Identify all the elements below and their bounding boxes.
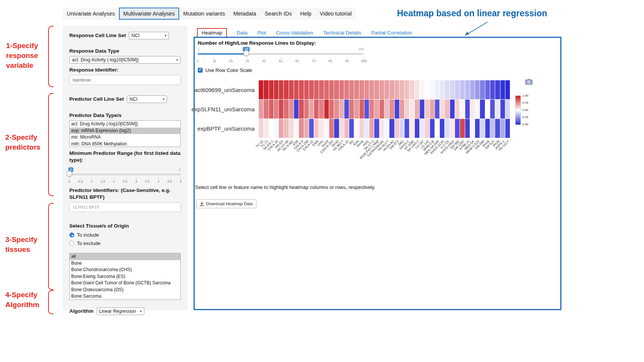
heatmap-cell[interactable] xyxy=(334,100,339,119)
heatmap-cell[interactable] xyxy=(385,119,389,138)
heatmap-cell[interactable] xyxy=(354,80,359,99)
heatmap-cell[interactable] xyxy=(374,119,379,138)
heatmap-cell[interactable] xyxy=(294,119,299,138)
heatmap-cell[interactable] xyxy=(380,119,384,138)
heatmap-cell[interactable] xyxy=(460,80,464,99)
heatmap-cell[interactable] xyxy=(324,119,329,138)
heatmap-cell[interactable] xyxy=(314,80,319,99)
heatmap-cell[interactable] xyxy=(339,80,344,99)
heatmap-cell[interactable] xyxy=(329,119,334,138)
heatmap-cell[interactable] xyxy=(279,100,283,119)
heatmap-cell[interactable] xyxy=(395,119,399,138)
heatmap-cell[interactable] xyxy=(430,119,435,138)
camera-icon[interactable] xyxy=(525,79,533,86)
heatmap-cell[interactable] xyxy=(264,119,268,138)
heatmap-cell[interactable] xyxy=(299,119,303,138)
heatmap-cell[interactable] xyxy=(415,100,419,119)
heatmap-cell[interactable] xyxy=(259,119,263,138)
heatmap-cell[interactable] xyxy=(309,119,314,138)
tab-cross-validation[interactable]: Cross-Validation xyxy=(276,30,313,36)
heatmap-cell[interactable] xyxy=(505,100,510,119)
heatmap-cell[interactable] xyxy=(284,100,288,119)
heatmap-cell[interactable] xyxy=(334,119,339,138)
heatmap-cell[interactable] xyxy=(495,80,500,99)
tissue-include-radio[interactable] xyxy=(69,232,74,237)
heatmap-cell[interactable] xyxy=(304,80,309,99)
heatmap-cell[interactable] xyxy=(264,80,268,99)
heatmap-cell[interactable] xyxy=(420,80,424,99)
heatmap-cell[interactable] xyxy=(490,119,495,138)
tab-heatmap[interactable]: Heatmap xyxy=(197,28,227,37)
heatmap-cell[interactable] xyxy=(264,100,268,119)
heatmap-row-label-expbptf-unisarcoma[interactable]: expBPTF_uniSarcoma xyxy=(189,119,258,138)
heatmap-cell[interactable] xyxy=(349,80,354,99)
heatmap-cell[interactable] xyxy=(364,119,369,138)
heatmap-cell[interactable] xyxy=(440,80,444,99)
heatmap-cell[interactable] xyxy=(349,100,354,119)
heatmap-cell[interactable] xyxy=(470,100,475,119)
heatmap-cell[interactable] xyxy=(450,119,455,138)
tab-plot[interactable]: Plot xyxy=(257,30,266,36)
nav-tab-search-ids[interactable]: Search IDs xyxy=(260,8,296,20)
heatmap-cell[interactable] xyxy=(369,100,374,119)
response-cell-line-set-select[interactable]: NCI ▾ xyxy=(129,32,169,39)
heatmap-cell[interactable] xyxy=(445,119,449,138)
heatmap-cell[interactable] xyxy=(455,119,460,138)
predictor-data-type-option-mir-microrna[interactable]: mir: MicroRNA xyxy=(70,134,180,141)
predictor-range-track[interactable] xyxy=(69,173,181,175)
heatmap-cell[interactable] xyxy=(500,119,505,138)
heatmap-cell[interactable] xyxy=(425,100,429,119)
heatmap-cell[interactable] xyxy=(495,100,500,119)
heatmap-row-label-act609699-unisarcoma[interactable]: act609699_uniSarcoma xyxy=(189,80,258,100)
heatmap-cell[interactable] xyxy=(465,80,470,99)
heatmap-cell[interactable] xyxy=(339,100,344,119)
heatmap-cell[interactable] xyxy=(360,80,364,99)
heatmap-cell[interactable] xyxy=(294,100,299,119)
heatmap-cell[interactable] xyxy=(495,119,500,138)
heatmap-cell[interactable] xyxy=(405,80,409,99)
nav-tab-multivariate-analyses[interactable]: Multivariate Analyses xyxy=(119,8,179,20)
heatmap-cell[interactable] xyxy=(380,80,384,99)
heatmap-cell[interactable] xyxy=(445,80,449,99)
heatmap-cell[interactable] xyxy=(465,100,470,119)
heatmap-cell[interactable] xyxy=(339,119,344,138)
heatmap-cell[interactable] xyxy=(500,100,505,119)
download-heatmap-data-button[interactable]: Download Heatmap Data xyxy=(196,199,256,208)
heatmap-cell[interactable] xyxy=(344,100,349,119)
heatmap-cell[interactable] xyxy=(369,80,374,99)
heatmap-cell[interactable] xyxy=(385,80,389,99)
tissue-option-bone-chondrosarcoma-chs[interactable]: Bone:Chondrosarcoma (CHS) xyxy=(70,267,180,273)
heatmap-cell[interactable] xyxy=(314,119,319,138)
heatmap-cell[interactable] xyxy=(395,80,399,99)
heatmap-cell[interactable] xyxy=(389,119,394,138)
predictor-range-handle[interactable] xyxy=(67,171,72,176)
heatmap-cell[interactable] xyxy=(480,100,485,119)
heatmap-row-label-expslfn11-unisarcoma[interactable]: expSLFN11_uniSarcoma xyxy=(189,100,258,119)
heatmap-cell[interactable] xyxy=(380,100,384,119)
heatmap-cell[interactable] xyxy=(344,119,349,138)
heatmap-cell[interactable] xyxy=(319,80,324,99)
heatmap-cell[interactable] xyxy=(435,80,439,99)
heatmap-cell[interactable] xyxy=(440,100,444,119)
heatmap-cell[interactable] xyxy=(385,100,389,119)
heatmap-cell[interactable] xyxy=(455,80,460,99)
tissue-list[interactable]: allBoneBone:Chondrosarcoma (CHS)Bone:Ewi… xyxy=(69,253,181,300)
heatmap-cell[interactable] xyxy=(470,80,475,99)
tissue-option-bone-sarcoma[interactable]: Bone:Sarcoma xyxy=(70,293,180,300)
heatmap-cell[interactable] xyxy=(480,119,485,138)
heatmap-cell[interactable] xyxy=(364,100,369,119)
tab-data[interactable]: Data xyxy=(237,30,248,36)
heatmap-cell[interactable] xyxy=(405,119,409,138)
heatmap-cell[interactable] xyxy=(465,119,470,138)
algorithm-select[interactable]: Linear Regression ▾ xyxy=(97,307,144,315)
heatmap-cell[interactable] xyxy=(259,100,263,119)
tissue-option-bone-ewing-sarcoma-es[interactable]: Bone:Ewing Sarcoma (ES) xyxy=(70,273,180,280)
heatmap-cell[interactable] xyxy=(269,100,274,119)
heatmap-cell[interactable] xyxy=(475,100,480,119)
heatmap-cell[interactable] xyxy=(360,100,364,119)
tissue-option-all[interactable]: all xyxy=(70,253,180,260)
heatmap-cell[interactable] xyxy=(319,119,324,138)
heatmap-cell[interactable] xyxy=(274,100,278,119)
tissue-option-bone[interactable]: Bone xyxy=(70,260,180,267)
heatmap-cell[interactable] xyxy=(369,119,374,138)
